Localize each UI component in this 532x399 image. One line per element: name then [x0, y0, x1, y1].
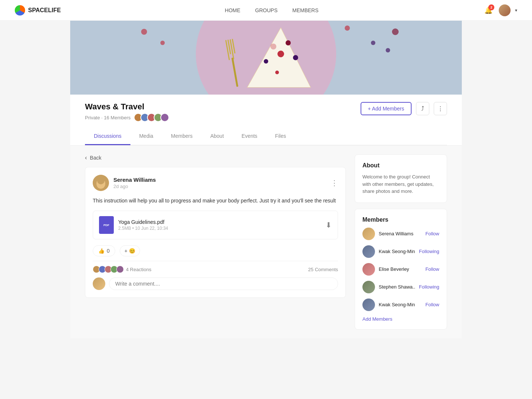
- file-attachment: PDF Yoga Guidelines.pdf 2.5MB • 10 Jun 2…: [93, 211, 338, 239]
- svg-point-18: [160, 41, 165, 45]
- like-count: 0: [107, 248, 110, 254]
- member-name: Kwak Seong-Min: [379, 302, 415, 307]
- file-name: Yoga Guidelines.pdf: [118, 219, 168, 225]
- follow-kwak2-button[interactable]: Follow: [425, 302, 439, 307]
- file-size: 2.5MB: [118, 226, 131, 231]
- svg-point-16: [392, 28, 399, 35]
- svg-point-13: [141, 29, 147, 35]
- member-row: Kwak Seong-Min Follow: [362, 299, 439, 311]
- svg-point-17: [386, 48, 390, 52]
- post-card: Serena Williams 2d ago ⋮ This instructio…: [85, 167, 346, 298]
- more-options-button[interactable]: ⋮: [434, 102, 447, 115]
- tab-discussions[interactable]: Discussions: [85, 128, 130, 145]
- back-arrow-icon: ‹: [85, 154, 87, 161]
- post-author: Serena Williams 2d ago: [93, 175, 156, 191]
- follow-serena-button[interactable]: Follow: [425, 231, 439, 236]
- post-author-avatar: [93, 175, 109, 191]
- member-left: Kwak Seong-Min: [362, 245, 415, 258]
- member-left: Elise Beverley: [362, 263, 409, 276]
- file-icon: PDF: [99, 216, 114, 234]
- notification-badge: 2: [488, 4, 494, 10]
- group-info: Waves & Travel Private · 16 Members + Ad…: [85, 102, 447, 122]
- tab-members[interactable]: Members: [162, 128, 201, 145]
- tab-media[interactable]: Media: [130, 128, 162, 145]
- reaction-avatars: [93, 266, 124, 273]
- group-meta: Private · 16 Members: [85, 113, 169, 122]
- notification-button[interactable]: 🔔 2: [482, 4, 494, 16]
- file-date: 10 Jun 22, 10:34: [135, 226, 168, 231]
- group-header: Waves & Travel Private · 16 Members + Ad…: [70, 95, 462, 146]
- chevron-down-icon[interactable]: ▾: [515, 8, 517, 13]
- pdf-icon: PDF: [103, 224, 109, 227]
- commenter-avatar: [93, 277, 105, 290]
- add-members-link[interactable]: Add Members: [362, 316, 439, 322]
- file-dot: •: [132, 226, 135, 231]
- member-name: Elise Beverley: [379, 266, 409, 272]
- post-actions: 👍 0 + 😊: [93, 245, 338, 261]
- emoji-button[interactable]: + 😊: [120, 245, 140, 256]
- member-left: Kwak Seong-Min: [362, 299, 415, 311]
- nav-links: HOME GROUPS MEMBERS: [225, 7, 318, 13]
- member-avatar-serena: [362, 228, 375, 240]
- like-button[interactable]: 👍 0: [93, 245, 115, 256]
- sidebar: About Welcome to the group! Connect with…: [355, 154, 447, 330]
- file-meta: 2.5MB • 10 Jun 22, 10:34: [118, 226, 168, 231]
- tab-about[interactable]: About: [201, 128, 233, 145]
- group-info-left: Waves & Travel Private · 16 Members: [85, 102, 169, 122]
- hero-berries-svg: [70, 21, 462, 95]
- logo-icon: [15, 5, 25, 16]
- member-row: Serena Williams Follow: [362, 228, 439, 240]
- about-card: About Welcome to the group! Connect with…: [355, 154, 447, 203]
- post-time: 2d ago: [113, 184, 156, 189]
- svg-point-21: [97, 177, 105, 184]
- post-content: This instruction will help you all to pr…: [93, 197, 338, 205]
- add-members-button[interactable]: + Add Members: [361, 102, 412, 115]
- tab-events[interactable]: Events: [233, 128, 266, 145]
- comments-count: 25 Comments: [308, 267, 338, 272]
- tab-bar: Discussions Media Members About Events F…: [85, 128, 447, 145]
- file-download-button[interactable]: ⬇: [325, 221, 332, 229]
- group-actions: + Add Members ⤴ ⋮: [361, 102, 447, 115]
- post-header: Serena Williams 2d ago ⋮: [93, 175, 338, 191]
- comment-input[interactable]: [109, 277, 338, 290]
- member-name: Stephen Shawa..: [379, 284, 415, 290]
- main-layout: ‹ Back: [70, 146, 462, 338]
- file-left: PDF Yoga Guidelines.pdf 2.5MB • 10 Jun 2…: [99, 216, 168, 234]
- reaction-avatar-5: [116, 266, 124, 273]
- post-author-info: Serena Williams 2d ago: [113, 177, 156, 189]
- member-name: Serena Williams: [379, 231, 413, 236]
- follow-elise-button[interactable]: Follow: [425, 266, 439, 272]
- member-avatar-elise: [362, 263, 375, 276]
- following-stephen-button[interactable]: Following: [419, 284, 439, 290]
- reactions-row: 4 Reactions: [93, 266, 151, 273]
- following-kwak1-button[interactable]: Following: [419, 249, 439, 254]
- post-menu-button[interactable]: ⋮: [331, 178, 338, 187]
- member-row: Elise Beverley Follow: [362, 263, 439, 276]
- member-avatar-kwak1: [362, 245, 375, 258]
- back-button[interactable]: ‹ Back: [85, 154, 101, 161]
- user-avatar[interactable]: [499, 4, 511, 16]
- member-row: Kwak Seong-Min Following: [362, 245, 439, 258]
- members-title: Members: [362, 216, 439, 223]
- member-avatar-5: [160, 113, 169, 122]
- svg-point-14: [345, 25, 350, 31]
- member-left: Serena Williams: [362, 228, 413, 240]
- post-author-name: Serena Williams: [113, 177, 156, 183]
- about-description: Welcome to the group! Connect with other…: [362, 173, 439, 195]
- member-avatars: [134, 113, 169, 122]
- more-icon: ⋮: [437, 105, 443, 112]
- member-left: Stephen Shawa..: [362, 281, 415, 293]
- logo[interactable]: SPACELIFE: [15, 5, 61, 16]
- comment-row: [93, 277, 338, 290]
- reactions-count: 4 Reactions: [126, 267, 151, 272]
- post-stats: 4 Reactions 25 Comments: [93, 266, 338, 273]
- nav-home[interactable]: HOME: [225, 7, 241, 13]
- svg-point-15: [371, 41, 375, 45]
- share-button[interactable]: ⤴: [416, 102, 429, 115]
- tab-files[interactable]: Files: [266, 128, 295, 145]
- group-hero-image: [70, 21, 462, 95]
- members-card: Members Serena Williams Follow Kwak Seon…: [355, 209, 447, 330]
- nav-groups[interactable]: GROUPS: [255, 7, 278, 13]
- nav-members[interactable]: MEMBERS: [292, 7, 318, 13]
- group-privacy: Private · 16 Members: [85, 115, 131, 120]
